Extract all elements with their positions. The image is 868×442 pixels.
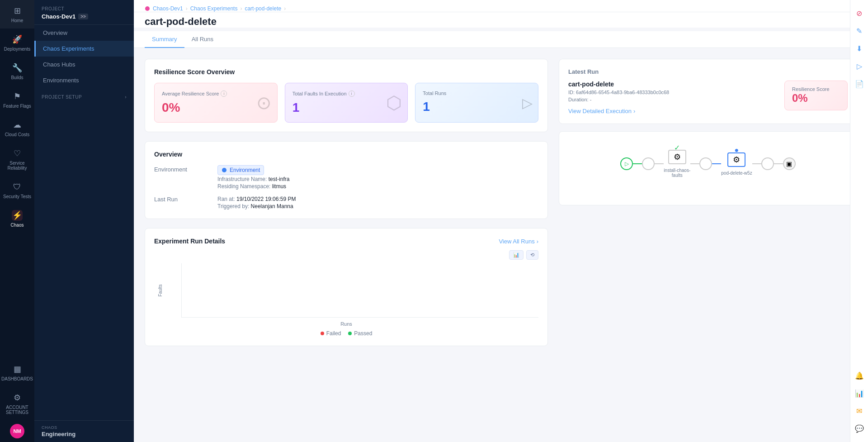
avg-resilience-info[interactable]: i (221, 90, 227, 97)
sidebar-project-name[interactable]: Chaos-Dev1 >> (42, 13, 127, 20)
cloud-costs-icon: ☁ (12, 119, 23, 130)
file-action-icon[interactable]: 📄 (855, 80, 864, 88)
chat-action-icon[interactable]: 💬 (855, 424, 864, 433)
security-tests-icon: 🛡 (12, 181, 23, 192)
chat-action-icon-wrapper: 💬 (855, 424, 864, 433)
total-runs-value: 1 (423, 100, 531, 114)
stop-action-icon[interactable]: ⊘ (856, 9, 862, 18)
content-area: Resilience Score Overview Average Resili… (134, 48, 868, 442)
connector-6 (774, 163, 783, 164)
nav-item-home[interactable]: ⊞ Home (0, 0, 34, 29)
nav-item-deployments[interactable]: 🚀 Deployments (0, 29, 34, 57)
last-run-label: Last Run (154, 195, 217, 209)
breadcrumb-sep-3: › (284, 5, 286, 12)
nav-item-chaos[interactable]: ⚡ Chaos (0, 204, 34, 233)
alert-action-icon[interactable]: 🔔 (855, 371, 864, 380)
sidebar-item-chaos-experiments[interactable]: Chaos Experiments (34, 41, 134, 57)
total-faults-label: Total Faults In Execution i (292, 90, 401, 97)
nav-label-home: Home (11, 18, 24, 23)
svg-point-0 (145, 6, 150, 11)
pod-delete-box: ⚙ (727, 152, 745, 167)
avatar[interactable]: NM (10, 424, 24, 438)
chart-area (181, 263, 538, 318)
chart-x-label: Runs (154, 321, 538, 327)
nav-label-chaos: Chaos (11, 223, 24, 228)
nav-label-dashboards: DASHBOARDS (1, 376, 33, 381)
sidebar-setup-label: PROJECT SETUP (42, 95, 82, 100)
nav-item-dashboards[interactable]: ▦ DASHBOARDS (0, 358, 34, 387)
pipeline-row: ▷ ✓ ⚙ install-chaos-faul (620, 150, 795, 178)
tab-summary[interactable]: Summary (145, 31, 184, 48)
svg-point-1 (222, 168, 226, 172)
breadcrumb-chaos-experiments[interactable]: Chaos Experiments (190, 5, 238, 12)
score-cards: Average Resilience Score i 0% ⊙ Total Fa… (154, 83, 538, 123)
breadcrumb-cart-pod-delete[interactable]: cart-pod-delete (245, 5, 281, 12)
overview-grid: Environment Environment Infrastructure N… (154, 165, 538, 209)
connector-5 (752, 163, 761, 164)
breadcrumb: Chaos-Dev1 › Chaos Experiments › cart-po… (134, 0, 868, 12)
download-action-icon[interactable]: ⬇ (856, 44, 862, 53)
experiment-run-details-title: Experiment Run Details (154, 238, 225, 245)
page-title: cart-pod-delete (145, 16, 857, 28)
legend-failed: Failed (321, 330, 341, 337)
total-runs-card: Total Runs 1 ▷ (415, 83, 538, 123)
legend-failed-label: Failed (326, 330, 341, 337)
chart-action-icon[interactable]: 📊 (855, 389, 864, 398)
install-chaos-check: ✓ (674, 143, 680, 152)
nav-item-feature-flags[interactable]: ⚑ Feature Flags (0, 86, 34, 114)
pipeline-start: ▷ (620, 157, 633, 170)
breadcrumb-chaos-dev1[interactable]: Chaos-Dev1 (153, 5, 183, 12)
total-faults-info[interactable]: i (349, 90, 355, 97)
sidebar-item-chaos-hubs[interactable]: Chaos Hubs (34, 57, 134, 72)
chart-y-label: Faults (158, 284, 163, 296)
view-all-runs-link[interactable]: View All Runs › (499, 238, 538, 245)
chart-switch-btn[interactable]: ⟲ (526, 250, 538, 260)
ran-at: Ran at: 19/10/2022 19:06:59 PM (217, 196, 538, 202)
sidebar-item-environments[interactable]: Environments (34, 72, 134, 88)
chart-wrapper: Faults (168, 263, 538, 318)
nav-label-service-reliability: Service Reliability (2, 161, 33, 171)
nav-item-security-tests[interactable]: 🛡 Security Tests (0, 176, 34, 204)
experiment-run-details-card: Experiment Run Details View All Runs › 📊… (145, 228, 548, 346)
run-duration: Duration: - (568, 97, 669, 102)
edit-action-icon[interactable]: ✎ (856, 27, 862, 35)
pipeline-node-1 (642, 157, 655, 170)
connector-4 (712, 163, 721, 164)
overview-card: Overview Environment Environment Infrast… (145, 141, 548, 219)
tab-all-runs[interactable]: All Runs (184, 31, 221, 48)
nav-item-service-reliability[interactable]: ♡ Service Reliability (0, 143, 34, 176)
pipeline-end: ▣ (783, 157, 796, 170)
sidebar-item-overview[interactable]: Overview (34, 25, 134, 41)
engineering-label: Engineering (42, 431, 127, 437)
pipeline-pod-delete: ● ⚙ pod-delete-w5z (721, 152, 752, 176)
sidebar-project-name-text: Chaos-Dev1 (42, 13, 75, 20)
right-actions-panel: ⊘ ✎ ⬇ ▷ 📄 🔔 📊 ✉ 💬 (850, 0, 868, 442)
pipeline-circle-3 (761, 157, 774, 170)
sidebar-setup-section: PROJECT SETUP › (34, 88, 134, 101)
environment-value: Environment Infrastructure Name: test-in… (217, 165, 538, 190)
chart-bar-btn[interactable]: 📊 (509, 250, 524, 260)
deployments-icon: 🚀 (12, 34, 23, 45)
rs-value: 0% (792, 92, 840, 105)
view-detail-link[interactable]: View Detailed Execution › (568, 108, 669, 114)
nav-item-account-settings[interactable]: ⚙ ACCOUNT SETTINGS (0, 387, 34, 420)
run-action-icon[interactable]: ▷ (857, 62, 862, 71)
page-title-bar: cart-pod-delete (134, 12, 868, 28)
nav-label-deployments: Deployments (4, 47, 30, 52)
pipeline-card: ▷ ✓ ⚙ install-chaos-faul (559, 131, 857, 205)
mail-action-icon[interactable]: ✉ (856, 407, 862, 415)
infra-name: Infrastructure Name: test-infra (217, 176, 538, 182)
right-panel: Latest Run cart-pod-delete ID: 6af64d86-… (559, 59, 857, 431)
pipeline-diagram: ▷ ✓ ⚙ install-chaos-faul (568, 141, 848, 196)
sidebar-project-badge: >> (78, 14, 88, 19)
pipeline-start-node: ▷ (620, 157, 633, 170)
chaos-label: CHAOS (42, 425, 127, 430)
run-name: cart-pod-delete (568, 81, 669, 88)
nav-label-builds: Builds (11, 75, 23, 80)
resilience-score-overview-title: Resilience Score Overview (154, 68, 538, 76)
nav-label-account-settings: ACCOUNT SETTINGS (2, 405, 33, 415)
nav-item-builds[interactable]: 🔧 Builds (0, 57, 34, 86)
sidebar: Project Chaos-Dev1 >> Overview Chaos Exp… (34, 0, 134, 442)
chaos-icon: ⚡ (12, 210, 23, 221)
nav-item-cloud-costs[interactable]: ☁ Cloud Costs (0, 114, 34, 143)
